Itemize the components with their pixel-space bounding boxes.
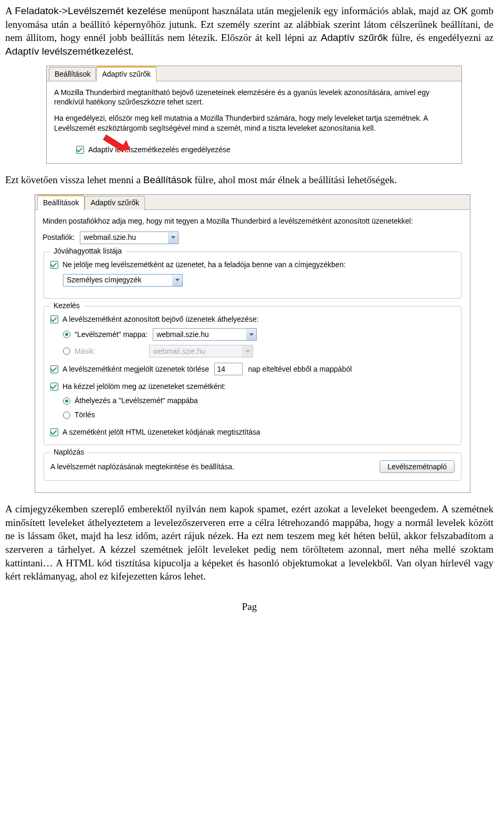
checkbox-icon <box>50 261 58 269</box>
tab-settings[interactable]: Beállítások <box>49 67 96 81</box>
whitelist-legend: Jóváhagyottak listája <box>49 246 126 256</box>
page-footer: Pag <box>5 600 494 614</box>
option-name-adaptive: Adaptív levélszemétkezelést <box>5 46 131 57</box>
logging-legend: Naplózás <box>49 447 88 457</box>
move-junk-checkbox[interactable]: A levélszemétként azonosított bejövő üze… <box>50 314 259 324</box>
tab-settings[interactable]: Beállítások <box>37 195 85 210</box>
checkbox-icon <box>50 315 58 323</box>
junk-settings-dialog: Beállítások Adaptív szűrők Minden postaf… <box>35 194 470 493</box>
tab-bar: Beállítások Adaptív szűrők <box>35 195 470 209</box>
tab-adaptive-filters[interactable]: Adaptív szűrők <box>96 66 156 81</box>
delete-after-days-checkbox[interactable]: A levélszemétként megjelölt üzenetek tör… <box>50 364 209 374</box>
checkbox-icon <box>50 428 58 436</box>
intro-paragraph-1: A Feladatok->Levélszemét kezelése menüpo… <box>5 4 494 58</box>
ok-button-name: OK <box>454 5 468 16</box>
radio-icon <box>63 397 70 405</box>
intro-paragraph-2: Ezt követően vissza lehet menni a Beállí… <box>5 173 494 187</box>
enable-adaptive-junk-checkbox[interactable]: Adaptív levélszemétkezelés engedélyezése <box>76 145 230 155</box>
radio-icon <box>63 331 70 338</box>
other-folder-radio[interactable]: Másik: <box>63 346 96 356</box>
dialog2-intro-text: Minden postafiókhoz adja meg, hogy mit t… <box>43 216 463 226</box>
delete-days-input[interactable] <box>214 363 243 375</box>
dialog1-text-2: Ha engedélyezi, először meg kell mutatni… <box>54 113 454 133</box>
tab-bar: Beállítások Adaptív szűrők <box>47 66 461 81</box>
checkbox-icon <box>76 146 84 154</box>
chevron-down-icon <box>243 345 253 357</box>
addressbook-select[interactable]: Személyes címjegyzék <box>63 274 183 287</box>
skip-if-in-addressbook-checkbox[interactable]: Ne jelölje meg levélszemétként az üzenet… <box>50 260 345 270</box>
dialog1-text-1: A Mozilla Thunderbird megtanítható bejöv… <box>54 88 454 108</box>
junk-folder-radio[interactable]: "Levélszemét" mappa: <box>63 330 148 340</box>
chevron-down-icon <box>246 329 256 340</box>
radio-icon <box>63 347 70 355</box>
tab-name-adaptive: Adaptív szűrők <box>321 32 388 43</box>
logging-text: A levélszemét naplózásának megtekintése … <box>50 462 234 472</box>
tab-adaptive-filters[interactable]: Adaptív szűrők <box>85 196 145 210</box>
closing-paragraph: A címjegyzékemben szereplő emberektől ny… <box>5 502 494 583</box>
handling-fieldset: Kezelés A levélszemétként azonosított be… <box>44 306 461 446</box>
junk-log-button[interactable]: Levélszemétnapló <box>380 460 455 473</box>
radio-icon <box>63 412 70 419</box>
chevron-down-icon <box>168 232 178 244</box>
logging-fieldset: Naplózás A levélszemét naplózásának megt… <box>44 452 461 481</box>
checkbox-icon <box>50 365 58 373</box>
adaptive-filters-dialog: Beállítások Adaptív szűrők A Mozilla Thu… <box>46 66 462 164</box>
checkbox-icon <box>50 383 58 391</box>
other-folder-select: webmail.szie.hu <box>149 345 253 357</box>
tab-name-settings: Beállítások <box>143 174 192 185</box>
red-arrow-annotation <box>104 134 128 140</box>
sanitize-html-checkbox[interactable]: A szemétként jelölt HTML üzeneteket kódj… <box>50 427 260 437</box>
whitelist-fieldset: Jóváhagyottak listája Ne jelölje meg lev… <box>44 251 461 299</box>
delete-days-suffix: nap elteltével ebből a mappából <box>248 364 352 374</box>
account-select[interactable]: webmail.szie.hu <box>80 231 178 244</box>
handling-legend: Kezelés <box>49 301 84 311</box>
account-label: Postafiók: <box>43 233 75 243</box>
junk-folder-select[interactable]: webmail.szie.hu <box>153 328 257 341</box>
chevron-down-icon <box>172 275 182 286</box>
menu-path: Feladatok->Levélszemét kezelése <box>15 5 166 16</box>
manual-move-radio[interactable]: Áthelyezés a "Levélszemét" mappába <box>63 396 198 406</box>
manual-delete-radio[interactable]: Törlés <box>63 410 95 420</box>
manual-mark-checkbox[interactable]: Ha kézzel jelölöm meg az üzeneteket szem… <box>50 382 226 392</box>
